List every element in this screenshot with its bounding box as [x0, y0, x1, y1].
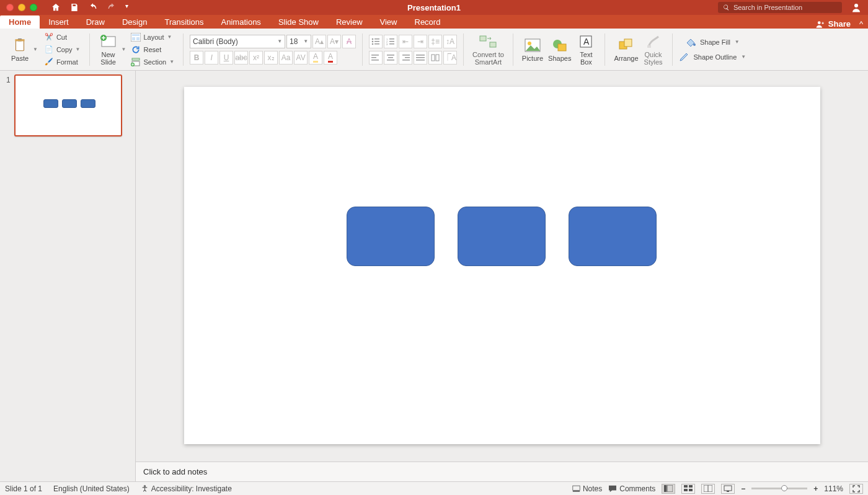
increase-indent-button[interactable]: ⇥ [414, 35, 427, 48]
convert-smartart-button[interactable]: Convert to SmartArt [470, 32, 507, 67]
format-painter-button[interactable]: 🖌️Format [42, 56, 83, 68]
columns-button[interactable] [428, 51, 442, 65]
font-name-select[interactable]: Calibri (Body)▼ [190, 35, 285, 48]
numbering-button[interactable]: 123 [384, 35, 397, 48]
tab-home[interactable]: Home [0, 16, 40, 29]
underline-button[interactable]: U [219, 51, 233, 65]
tab-slideshow[interactable]: Slide Show [270, 16, 327, 29]
character-spacing-button[interactable]: AV [294, 51, 308, 65]
align-right-button[interactable] [399, 51, 412, 65]
tab-review[interactable]: Review [327, 16, 371, 29]
text-direction-button[interactable]: ↕A [443, 35, 457, 48]
rounded-rectangle-1[interactable] [347, 207, 435, 266]
svg-rect-35 [416, 55, 425, 56]
new-slide-dropdown-icon[interactable]: ▼ [122, 47, 126, 52]
fit-to-window-button[interactable] [849, 484, 863, 494]
zoom-level[interactable]: 111% [824, 484, 843, 493]
slide-1[interactable] [184, 87, 820, 444]
svg-rect-27 [371, 57, 376, 58]
redo-icon[interactable] [107, 2, 117, 12]
line-spacing-button[interactable]: ‡≡ [428, 35, 442, 48]
qat-customize-icon[interactable]: ▾ [125, 2, 135, 12]
text-box-button[interactable]: A Text Box [574, 32, 598, 67]
shape-outline-button[interactable]: Shape Outline▼ [679, 52, 746, 62]
svg-rect-39 [436, 55, 439, 61]
tab-transitions[interactable]: Transitions [156, 16, 212, 29]
align-center-button[interactable] [384, 51, 397, 65]
section-button[interactable]: Section▼ [128, 56, 177, 68]
reading-view-button[interactable] [701, 484, 715, 494]
shape-fill-button[interactable]: Shape Fill▼ [685, 37, 740, 47]
zoom-window-icon[interactable] [30, 4, 37, 11]
slide-sorter-view-button[interactable] [681, 484, 695, 494]
user-icon[interactable] [851, 2, 862, 13]
slide-thumbnail-panel[interactable]: 1 [0, 71, 136, 481]
copy-button[interactable]: 📄Copy▼ [42, 44, 83, 55]
language-status[interactable]: English (United States) [53, 484, 130, 493]
svg-rect-49 [624, 39, 632, 47]
zoom-slider[interactable] [751, 488, 807, 489]
insert-group: Picture Shapes A Text Box [516, 29, 603, 70]
strikethrough-button[interactable]: abc [234, 51, 248, 65]
tab-insert[interactable]: Insert [40, 16, 78, 29]
decrease-indent-button[interactable]: ⇤ [399, 35, 412, 48]
slide-thumbnail-1[interactable] [14, 74, 122, 136]
svg-rect-9 [132, 37, 135, 40]
align-left-button[interactable] [369, 51, 383, 65]
font-size-select[interactable]: 18▼ [286, 35, 311, 48]
tab-record[interactable]: Record [406, 16, 450, 29]
tab-draw[interactable]: Draw [78, 16, 113, 29]
picture-button[interactable]: Picture [520, 36, 546, 63]
zoom-in-button[interactable]: + [813, 484, 818, 493]
bullets-button[interactable] [369, 35, 383, 48]
bold-button[interactable]: B [190, 51, 203, 65]
subscript-button[interactable]: x₂ [264, 51, 278, 65]
rounded-rectangle-2[interactable] [458, 207, 546, 266]
svg-rect-32 [402, 55, 410, 56]
paste-dropdown-icon[interactable]: ▼ [33, 47, 38, 52]
paste-label: Paste [11, 55, 29, 62]
highlight-button[interactable]: A [309, 51, 322, 65]
tab-view[interactable]: View [371, 16, 406, 29]
layout-button[interactable]: Layout▼ [128, 32, 177, 43]
collapse-ribbon-icon[interactable]: ^ [854, 19, 868, 29]
justify-button[interactable] [414, 51, 427, 65]
share-button[interactable]: Share [816, 19, 854, 29]
clear-formatting-icon[interactable]: A [342, 35, 356, 48]
save-icon[interactable] [69, 2, 79, 12]
slide-count[interactable]: Slide 1 of 1 [5, 484, 42, 493]
slide-canvas-scroll[interactable] [136, 71, 868, 462]
new-slide-button[interactable]: New Slide [96, 32, 121, 67]
svg-rect-21 [389, 38, 394, 40]
tab-design[interactable]: Design [113, 16, 156, 29]
home-icon[interactable] [51, 2, 61, 12]
arrange-button[interactable]: Arrange [611, 36, 640, 63]
shapes-button[interactable]: Shapes [546, 36, 574, 63]
notes-pane[interactable]: Click to add notes [136, 462, 868, 481]
search-box[interactable] [718, 2, 842, 13]
comments-toggle[interactable]: Comments [608, 484, 655, 493]
svg-rect-15 [374, 38, 379, 40]
reset-button[interactable]: Reset [128, 44, 177, 55]
italic-button[interactable]: I [205, 51, 218, 65]
search-input[interactable] [733, 4, 837, 11]
close-window-icon[interactable] [6, 4, 14, 11]
slideshow-view-button[interactable] [721, 484, 735, 494]
zoom-out-button[interactable]: − [741, 484, 745, 493]
notes-toggle[interactable]: Notes [572, 484, 602, 493]
decrease-font-icon[interactable]: A▾ [327, 35, 341, 48]
paste-button[interactable]: Paste [7, 36, 32, 63]
cut-button[interactable]: ✂️Cut [42, 32, 83, 43]
normal-view-button[interactable] [662, 484, 675, 494]
change-case-button[interactable]: Aa [279, 51, 293, 65]
minimize-window-icon[interactable] [18, 4, 25, 11]
rounded-rectangle-3[interactable] [569, 207, 657, 266]
increase-font-icon[interactable]: A▴ [312, 35, 326, 48]
accessibility-status[interactable]: Accessibility: Investigate [141, 484, 232, 493]
tab-animations[interactable]: Animations [213, 16, 270, 29]
undo-icon[interactable] [88, 2, 98, 12]
font-color-button[interactable]: A [324, 51, 337, 65]
align-text-button[interactable]: ⎾A [443, 51, 457, 65]
superscript-button[interactable]: x² [249, 51, 263, 65]
quick-styles-button[interactable]: Quick Styles [641, 32, 666, 67]
